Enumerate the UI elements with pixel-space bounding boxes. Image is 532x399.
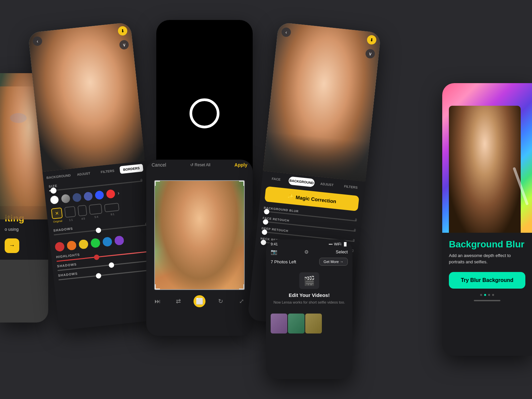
photos-left-row: 7 Photos Left Get More → xyxy=(266,256,352,267)
clapper-icon: 🎬 xyxy=(299,272,319,289)
tone-red[interactable] xyxy=(55,242,65,252)
color-dark-blue[interactable] xyxy=(72,193,82,202)
crop-photo xyxy=(155,181,244,289)
aspect-1-1-icon xyxy=(64,206,76,218)
color-gradient[interactable] xyxy=(61,194,70,203)
tone-blue[interactable] xyxy=(102,237,112,247)
signal-icon: ▪▪▪ xyxy=(329,242,333,246)
tone-purple[interactable] xyxy=(114,235,124,246)
aspect-5-4[interactable]: 5:4 xyxy=(89,203,103,219)
top-icons-row: 📷 ⚙ Select xyxy=(266,247,352,256)
aspect-9-1[interactable]: 9:1 xyxy=(104,203,120,216)
tab-adjust[interactable]: ADJUST xyxy=(315,179,338,190)
card-edit-videos: 9:41 ▪▪▪ WiFi ▐▌ 📷 ⚙ Select 7 Photos Lef… xyxy=(266,239,352,379)
select-button[interactable]: Select xyxy=(336,249,348,254)
download-icon: ⬇ xyxy=(121,28,125,34)
left-sub-text: o using xyxy=(5,227,44,232)
aspect-4-5-icon xyxy=(77,205,87,216)
more-colors-indicator: › xyxy=(117,190,120,196)
card-background-blur: Background Blur Add an awesome depth eff… xyxy=(442,83,532,356)
edit-videos-promo: 🎬 Edit Your Videos! Now Lensa works for … xyxy=(266,267,352,310)
crop-tool-rotate[interactable]: ↻ xyxy=(215,295,226,307)
tone-yellow[interactable] xyxy=(78,239,89,249)
tone-green[interactable] xyxy=(90,238,101,248)
blur-title: Background Blur xyxy=(449,239,525,250)
tab-filters[interactable]: FILTERS xyxy=(339,182,362,192)
aspect-original-icon: ✕ xyxy=(51,207,63,219)
borders-photo: ‹ ⬇ ∨ xyxy=(28,22,145,172)
tab-face[interactable]: FACE xyxy=(264,174,288,185)
crop-corner-br xyxy=(239,284,244,290)
crop-corner-tl xyxy=(155,181,160,186)
status-bar: 9:41 ▪▪▪ WiFi ▐▌ xyxy=(266,239,352,247)
try-blur-button[interactable]: Try Blur Background xyxy=(449,272,525,289)
color-red[interactable] xyxy=(106,189,116,199)
dot-1 xyxy=(480,294,482,296)
crop-tool-crop[interactable]: ⬜ xyxy=(194,295,205,307)
battery-icon: ▐▌ xyxy=(342,242,348,246)
camera-icon[interactable]: 📷 xyxy=(271,249,277,255)
edit-videos-subtitle: Now Lensa works for short selfie videos … xyxy=(273,300,345,305)
crop-tool-expand[interactable]: ⤢ xyxy=(236,295,247,307)
blur-photo xyxy=(442,83,532,233)
get-more-button[interactable]: Get More → xyxy=(319,258,348,266)
video-thumb-3[interactable] xyxy=(305,314,322,333)
apply-button[interactable]: Apply xyxy=(234,162,247,168)
aspect-original[interactable]: ✕ Original xyxy=(51,207,63,223)
chevron-down-icon: ∨ xyxy=(122,42,126,48)
crop-tool-skip[interactable]: ⏭ xyxy=(152,295,163,307)
tone-orange[interactable] xyxy=(66,240,77,251)
wifi-icon: WiFi xyxy=(334,242,341,246)
photos-left-count: 7 Photos Left xyxy=(271,259,296,264)
magic-wand-icon: ✨ xyxy=(287,193,294,200)
crop-corner-bl xyxy=(155,284,160,290)
crop-toolbar: Cancel ↺ Reset All Apply xyxy=(146,160,253,170)
time-display: 9:41 xyxy=(271,242,278,246)
magic-photo: ‹ ⬇ ∨ xyxy=(263,22,381,182)
crop-face xyxy=(155,181,244,289)
aspect-4-5[interactable]: 4:5 xyxy=(77,205,88,220)
blur-person xyxy=(449,106,521,233)
tab-background[interactable]: BACKGROUND xyxy=(288,176,315,187)
crop-photo-area[interactable] xyxy=(154,180,245,290)
cancel-button[interactable]: Cancel xyxy=(152,162,166,168)
color-medium-blue[interactable] xyxy=(83,192,93,201)
crop-corner-tr xyxy=(239,181,244,186)
dot-4 xyxy=(492,294,494,296)
settings-icon[interactable]: ⚙ xyxy=(304,249,309,255)
chevron-left-icon: ‹ xyxy=(285,30,287,35)
color-white[interactable] xyxy=(50,195,59,205)
loading-circle xyxy=(190,98,219,128)
reset-all-button[interactable]: ↺ Reset All xyxy=(190,163,210,167)
aspect-1-1[interactable]: 1:1 xyxy=(64,206,76,222)
crop-tools-row: ⏭ ⇄ ⬜ ↻ ⤢ xyxy=(146,293,253,309)
aspect-9-1-icon xyxy=(104,203,119,212)
video-thumb-1[interactable] xyxy=(271,314,287,333)
color-blue[interactable] xyxy=(95,191,104,200)
dots-indicator xyxy=(449,294,525,296)
crop-tool-flip[interactable]: ⇄ xyxy=(173,295,184,307)
card-crop: Cancel ↺ Reset All Apply ⏭ ⇄ ⬜ ↻ ⤢ xyxy=(146,160,253,336)
download-icon: ⬇ xyxy=(370,37,374,43)
thumbnail-strip xyxy=(266,314,352,333)
dot-3 xyxy=(488,294,490,296)
aspect-5-4-icon xyxy=(89,203,102,215)
video-thumb-2[interactable] xyxy=(288,314,305,333)
chevron-left-icon: ‹ xyxy=(36,39,38,44)
status-icons: ▪▪▪ WiFi ▐▌ xyxy=(329,242,348,246)
loading-inner xyxy=(196,104,213,122)
edit-videos-title: Edit Your Videos! xyxy=(289,292,330,298)
blur-description: Add an awesome depth effect to portraits… xyxy=(449,252,525,265)
dot-2 xyxy=(484,294,486,296)
magic-correction-label: Magic Correction xyxy=(296,194,337,204)
left-arrow-button[interactable]: → xyxy=(5,238,19,253)
chevron-down-icon: ∨ xyxy=(368,51,372,57)
blur-content: Background Blur Add an awesome depth eff… xyxy=(442,233,532,308)
home-bar xyxy=(474,300,500,301)
